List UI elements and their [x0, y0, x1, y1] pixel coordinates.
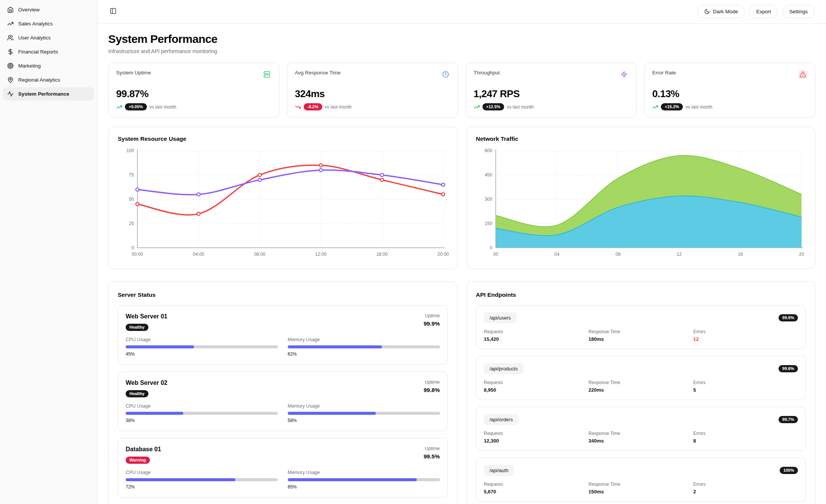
- memory-progress-fill: [288, 478, 417, 481]
- target-icon: [7, 63, 14, 69]
- server-status-badge: Healthy: [126, 324, 148, 331]
- memory-usage-label: Memory Usage: [288, 337, 440, 342]
- sidebar-item-label: Regional Analytics: [18, 77, 60, 83]
- memory-progress-track: [288, 345, 440, 348]
- svg-text:08:00: 08:00: [254, 252, 265, 257]
- server-name: Web Server 01: [126, 313, 167, 320]
- svg-text:00:00: 00:00: [132, 252, 143, 257]
- memory-progress-track: [288, 412, 440, 415]
- response-time-label: Response Time: [588, 431, 693, 436]
- svg-text:0: 0: [131, 245, 134, 250]
- kpi-title: Throughput: [474, 70, 500, 76]
- sidebar-item-user-analytics[interactable]: User Analytics: [3, 31, 94, 44]
- response-time-value: 340ms: [588, 438, 693, 444]
- sidebar-item-sales-analytics[interactable]: Sales Analytics: [3, 17, 94, 30]
- sidebar-item-label: Financial Reports: [18, 49, 58, 55]
- sidebar: Overview Sales Analytics User Analytics …: [0, 0, 98, 504]
- response-time-label: Response Time: [588, 380, 693, 385]
- errors-label: Errors: [693, 482, 798, 487]
- endpoint-success-rate-badge: 99.8%: [779, 365, 798, 372]
- panel-left-icon: [110, 8, 117, 16]
- kpi-title: Avg Response Time: [295, 70, 341, 76]
- dark-mode-button[interactable]: Dark Mode: [697, 5, 745, 18]
- export-label: Export: [756, 9, 771, 14]
- requests-label: Requests: [484, 329, 589, 334]
- uptime-label: Uptime: [424, 313, 440, 318]
- page-subtitle: Infrastructure and API performance monit…: [108, 48, 815, 54]
- resource-usage-line-chart: 025507510000:0004:0008:0012:0016:0020:00: [118, 147, 448, 260]
- errors-label: Errors: [693, 380, 798, 385]
- cpu-progress-fill: [126, 478, 235, 481]
- alert-triangle-icon: [798, 70, 807, 79]
- cpu-progress-track: [126, 412, 278, 415]
- sidebar-item-overview[interactable]: Overview: [3, 3, 94, 16]
- kpi-card-error-rate: Error Rate 0.13% +15.2% vs last month: [644, 63, 815, 118]
- settings-button[interactable]: Settings: [782, 5, 815, 18]
- svg-text:20: 20: [799, 252, 804, 257]
- clock-icon: [441, 70, 450, 79]
- requests-label: Requests: [484, 380, 589, 385]
- export-button[interactable]: Export: [749, 5, 778, 18]
- endpoint-name: /api/products: [484, 363, 523, 374]
- sidebar-item-marketing[interactable]: Marketing: [3, 59, 94, 72]
- requests-value: 15,420: [484, 336, 589, 342]
- requests-value: 8,950: [484, 387, 589, 393]
- zap-icon: [620, 70, 629, 79]
- server-row-web-server-01: Web Server 01 Healthy Uptime 99.9%: [118, 305, 448, 365]
- svg-text:0: 0: [490, 245, 492, 250]
- sidebar-item-label: Marketing: [18, 63, 41, 69]
- endpoint-name: /api/auth: [484, 465, 514, 476]
- svg-text:100: 100: [126, 148, 134, 153]
- memory-progress-fill: [288, 345, 382, 348]
- kpi-caption: vs last month: [325, 104, 352, 110]
- sidebar-item-system-performance[interactable]: System Performance: [3, 87, 94, 101]
- requests-value: 5,670: [484, 489, 589, 495]
- kpi-title: System Uptime: [116, 70, 151, 76]
- svg-text:450: 450: [484, 172, 492, 178]
- svg-text:16: 16: [738, 252, 743, 257]
- sidebar-item-financial-reports[interactable]: Financial Reports: [3, 45, 94, 58]
- requests-label: Requests: [484, 482, 589, 487]
- kpi-change-badge: +15.2%: [661, 103, 683, 110]
- trend-up-icon: [652, 104, 658, 110]
- cpu-progress-fill: [126, 345, 194, 348]
- uptime-value: 99.8%: [424, 387, 440, 393]
- charts-row: System Resource Usage 025507510000:0004:…: [108, 127, 815, 269]
- cpu-usage-label: CPU Usage: [126, 337, 278, 342]
- svg-text:75: 75: [129, 172, 134, 178]
- trend-up-icon: [474, 104, 480, 110]
- endpoint-name: /api/users: [484, 312, 517, 323]
- sidebar-item-regional-analytics[interactable]: Regional Analytics: [3, 73, 94, 87]
- svg-text:12: 12: [676, 252, 682, 257]
- memory-usage-label: Memory Usage: [288, 403, 440, 409]
- requests-label: Requests: [484, 431, 589, 436]
- uptime-label: Uptime: [424, 380, 440, 385]
- kpi-value: 99.87%: [116, 88, 271, 100]
- errors-label: Errors: [693, 431, 798, 436]
- uptime-value: 99.9%: [424, 320, 440, 327]
- dollar-icon: [7, 49, 14, 55]
- sidebar-toggle-button[interactable]: [109, 7, 117, 16]
- endpoint-name: /api/orders: [484, 414, 519, 425]
- trend-up-icon: [116, 104, 122, 110]
- kpi-title: Error Rate: [652, 70, 676, 76]
- api-endpoints-card: API Endpoints /api/users 99.9% Requests1…: [467, 281, 816, 504]
- sidebar-item-label: Sales Analytics: [18, 21, 53, 27]
- panel-title: Server Status: [118, 291, 448, 298]
- uptime-value: 99.5%: [424, 453, 440, 460]
- page-title: System Performance: [108, 33, 815, 46]
- errors-value: 2: [693, 489, 798, 495]
- moon-icon: [704, 9, 710, 14]
- settings-label: Settings: [789, 9, 808, 14]
- kpi-change-badge: +0.05%: [125, 103, 147, 110]
- kpi-value: 0.13%: [652, 88, 807, 100]
- errors-value: 5: [693, 387, 798, 393]
- memory-usage-value: 62%: [288, 351, 440, 357]
- server-status-card: Server Status Web Server 01 Healthy Upti…: [108, 281, 457, 504]
- trend-down-icon: [295, 104, 301, 110]
- svg-text:150: 150: [484, 221, 492, 226]
- errors-label: Errors: [693, 329, 798, 334]
- kpi-card-avg-response-time: Avg Response Time 324ms -8.2% vs last mo…: [287, 63, 458, 118]
- server-name: Database 01: [126, 446, 161, 453]
- svg-text:50: 50: [129, 197, 134, 202]
